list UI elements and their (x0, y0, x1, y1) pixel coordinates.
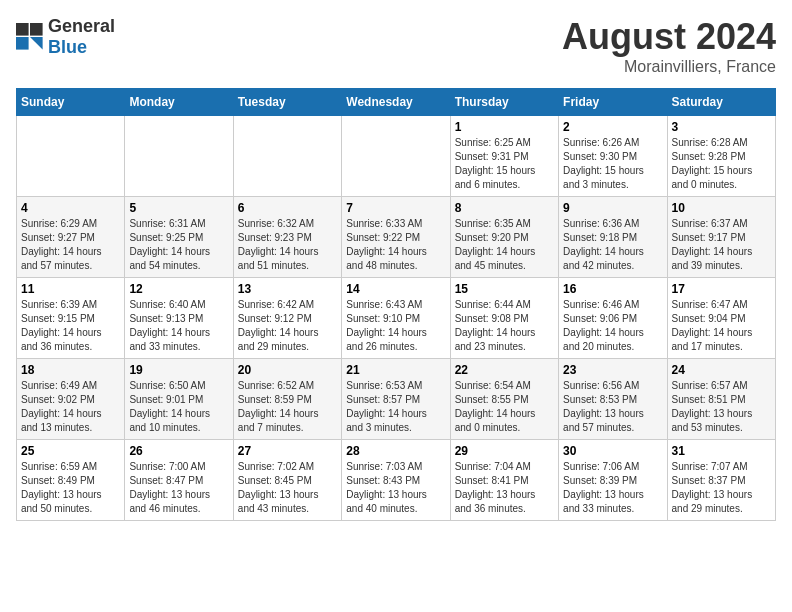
day-header-sunday: Sunday (17, 89, 125, 116)
calendar-header-row: SundayMondayTuesdayWednesdayThursdayFrid… (17, 89, 776, 116)
day-number: 18 (21, 363, 120, 377)
calendar-cell: 4Sunrise: 6:29 AM Sunset: 9:27 PM Daylig… (17, 197, 125, 278)
calendar-cell: 28Sunrise: 7:03 AM Sunset: 8:43 PM Dayli… (342, 440, 450, 521)
calendar-cell (17, 116, 125, 197)
day-number: 27 (238, 444, 337, 458)
logo-general: General (48, 16, 115, 36)
day-number: 30 (563, 444, 662, 458)
calendar-cell (342, 116, 450, 197)
calendar-cell: 16Sunrise: 6:46 AM Sunset: 9:06 PM Dayli… (559, 278, 667, 359)
calendar-table: SundayMondayTuesdayWednesdayThursdayFrid… (16, 88, 776, 521)
day-info: Sunrise: 6:59 AM Sunset: 8:49 PM Dayligh… (21, 460, 120, 516)
day-number: 20 (238, 363, 337, 377)
calendar-week-row: 25Sunrise: 6:59 AM Sunset: 8:49 PM Dayli… (17, 440, 776, 521)
calendar-cell: 26Sunrise: 7:00 AM Sunset: 8:47 PM Dayli… (125, 440, 233, 521)
calendar-cell: 6Sunrise: 6:32 AM Sunset: 9:23 PM Daylig… (233, 197, 341, 278)
day-number: 29 (455, 444, 554, 458)
svg-rect-1 (30, 23, 43, 36)
day-number: 4 (21, 201, 120, 215)
calendar-cell: 27Sunrise: 7:02 AM Sunset: 8:45 PM Dayli… (233, 440, 341, 521)
calendar-cell: 22Sunrise: 6:54 AM Sunset: 8:55 PM Dayli… (450, 359, 558, 440)
day-number: 31 (672, 444, 771, 458)
calendar-cell: 24Sunrise: 6:57 AM Sunset: 8:51 PM Dayli… (667, 359, 775, 440)
calendar-cell: 17Sunrise: 6:47 AM Sunset: 9:04 PM Dayli… (667, 278, 775, 359)
day-info: Sunrise: 7:00 AM Sunset: 8:47 PM Dayligh… (129, 460, 228, 516)
logo: General Blue (16, 16, 115, 58)
day-info: Sunrise: 7:02 AM Sunset: 8:45 PM Dayligh… (238, 460, 337, 516)
day-number: 3 (672, 120, 771, 134)
calendar-cell: 25Sunrise: 6:59 AM Sunset: 8:49 PM Dayli… (17, 440, 125, 521)
calendar-cell: 29Sunrise: 7:04 AM Sunset: 8:41 PM Dayli… (450, 440, 558, 521)
day-info: Sunrise: 6:42 AM Sunset: 9:12 PM Dayligh… (238, 298, 337, 354)
day-number: 5 (129, 201, 228, 215)
calendar-cell: 8Sunrise: 6:35 AM Sunset: 9:20 PM Daylig… (450, 197, 558, 278)
calendar-cell: 13Sunrise: 6:42 AM Sunset: 9:12 PM Dayli… (233, 278, 341, 359)
day-info: Sunrise: 6:56 AM Sunset: 8:53 PM Dayligh… (563, 379, 662, 435)
calendar-cell (233, 116, 341, 197)
day-header-wednesday: Wednesday (342, 89, 450, 116)
svg-rect-2 (16, 37, 29, 50)
day-number: 26 (129, 444, 228, 458)
day-info: Sunrise: 6:35 AM Sunset: 9:20 PM Dayligh… (455, 217, 554, 273)
calendar-week-row: 11Sunrise: 6:39 AM Sunset: 9:15 PM Dayli… (17, 278, 776, 359)
calendar-cell: 11Sunrise: 6:39 AM Sunset: 9:15 PM Dayli… (17, 278, 125, 359)
day-number: 22 (455, 363, 554, 377)
day-number: 1 (455, 120, 554, 134)
day-info: Sunrise: 6:50 AM Sunset: 9:01 PM Dayligh… (129, 379, 228, 435)
day-header-monday: Monday (125, 89, 233, 116)
day-info: Sunrise: 6:52 AM Sunset: 8:59 PM Dayligh… (238, 379, 337, 435)
day-info: Sunrise: 6:26 AM Sunset: 9:30 PM Dayligh… (563, 136, 662, 192)
calendar-cell: 30Sunrise: 7:06 AM Sunset: 8:39 PM Dayli… (559, 440, 667, 521)
day-info: Sunrise: 7:07 AM Sunset: 8:37 PM Dayligh… (672, 460, 771, 516)
day-info: Sunrise: 6:28 AM Sunset: 9:28 PM Dayligh… (672, 136, 771, 192)
day-number: 19 (129, 363, 228, 377)
day-info: Sunrise: 6:57 AM Sunset: 8:51 PM Dayligh… (672, 379, 771, 435)
day-info: Sunrise: 6:29 AM Sunset: 9:27 PM Dayligh… (21, 217, 120, 273)
day-number: 23 (563, 363, 662, 377)
day-info: Sunrise: 6:37 AM Sunset: 9:17 PM Dayligh… (672, 217, 771, 273)
day-info: Sunrise: 6:43 AM Sunset: 9:10 PM Dayligh… (346, 298, 445, 354)
calendar-cell: 2Sunrise: 6:26 AM Sunset: 9:30 PM Daylig… (559, 116, 667, 197)
svg-rect-0 (16, 23, 29, 36)
day-number: 25 (21, 444, 120, 458)
day-info: Sunrise: 6:40 AM Sunset: 9:13 PM Dayligh… (129, 298, 228, 354)
page-header: General Blue August 2024 Morainvilliers,… (16, 16, 776, 76)
calendar-week-row: 1Sunrise: 6:25 AM Sunset: 9:31 PM Daylig… (17, 116, 776, 197)
day-number: 21 (346, 363, 445, 377)
day-number: 15 (455, 282, 554, 296)
day-number: 11 (21, 282, 120, 296)
day-number: 6 (238, 201, 337, 215)
day-number: 12 (129, 282, 228, 296)
day-number: 9 (563, 201, 662, 215)
calendar-cell: 15Sunrise: 6:44 AM Sunset: 9:08 PM Dayli… (450, 278, 558, 359)
svg-marker-3 (30, 37, 43, 50)
calendar-week-row: 18Sunrise: 6:49 AM Sunset: 9:02 PM Dayli… (17, 359, 776, 440)
day-header-tuesday: Tuesday (233, 89, 341, 116)
day-number: 16 (563, 282, 662, 296)
day-number: 2 (563, 120, 662, 134)
day-number: 7 (346, 201, 445, 215)
calendar-week-row: 4Sunrise: 6:29 AM Sunset: 9:27 PM Daylig… (17, 197, 776, 278)
day-info: Sunrise: 6:47 AM Sunset: 9:04 PM Dayligh… (672, 298, 771, 354)
day-info: Sunrise: 6:25 AM Sunset: 9:31 PM Dayligh… (455, 136, 554, 192)
day-info: Sunrise: 6:49 AM Sunset: 9:02 PM Dayligh… (21, 379, 120, 435)
logo-blue: Blue (48, 37, 87, 57)
calendar-cell: 3Sunrise: 6:28 AM Sunset: 9:28 PM Daylig… (667, 116, 775, 197)
day-number: 17 (672, 282, 771, 296)
day-number: 8 (455, 201, 554, 215)
logo-text: General Blue (48, 16, 115, 58)
calendar-cell: 18Sunrise: 6:49 AM Sunset: 9:02 PM Dayli… (17, 359, 125, 440)
day-number: 24 (672, 363, 771, 377)
day-header-saturday: Saturday (667, 89, 775, 116)
day-info: Sunrise: 6:31 AM Sunset: 9:25 PM Dayligh… (129, 217, 228, 273)
day-number: 14 (346, 282, 445, 296)
day-info: Sunrise: 6:53 AM Sunset: 8:57 PM Dayligh… (346, 379, 445, 435)
day-info: Sunrise: 6:36 AM Sunset: 9:18 PM Dayligh… (563, 217, 662, 273)
month-year-title: August 2024 (562, 16, 776, 58)
title-section: August 2024 Morainvilliers, France (562, 16, 776, 76)
day-number: 13 (238, 282, 337, 296)
calendar-cell: 31Sunrise: 7:07 AM Sunset: 8:37 PM Dayli… (667, 440, 775, 521)
calendar-cell: 21Sunrise: 6:53 AM Sunset: 8:57 PM Dayli… (342, 359, 450, 440)
day-info: Sunrise: 6:33 AM Sunset: 9:22 PM Dayligh… (346, 217, 445, 273)
calendar-cell: 1Sunrise: 6:25 AM Sunset: 9:31 PM Daylig… (450, 116, 558, 197)
